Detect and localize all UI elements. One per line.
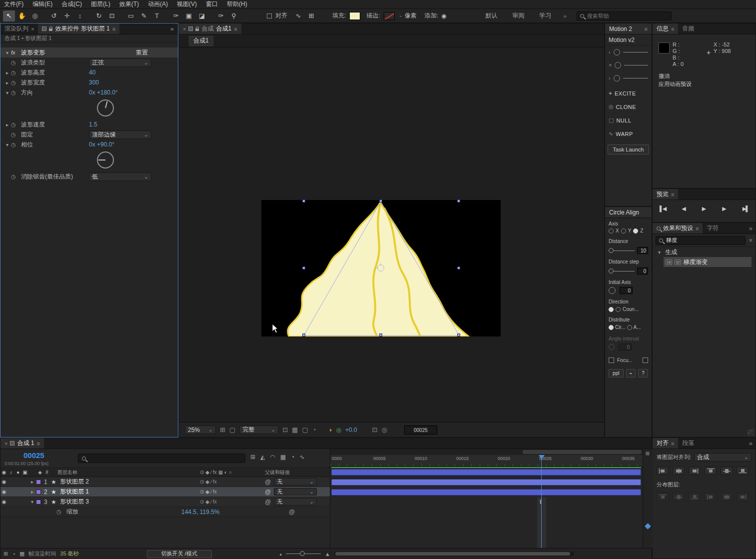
menu-view[interactable]: 视图(V) (177, 0, 197, 8)
anchor-point[interactable] (377, 264, 384, 272)
orbit-camera-tool[interactable]: ↺ (48, 10, 60, 22)
twirl-open-icon[interactable]: ▾ (3, 50, 11, 56)
tab-preview[interactable]: 预览 ≡ (653, 189, 678, 200)
workspace-review[interactable]: 审阅 (513, 12, 525, 20)
axis-z-radio[interactable] (633, 228, 638, 234)
focus-checkbox[interactable] (609, 358, 614, 363)
wave-width-value[interactable]: 300 (89, 79, 99, 86)
apply-button[interactable]: ppl (609, 369, 624, 378)
eye-icon[interactable]: ◉ (0, 479, 7, 484)
pickwhip-icon[interactable]: @ (265, 498, 271, 506)
handle-top-center[interactable] (379, 200, 382, 202)
snap-checkbox[interactable] (267, 14, 272, 18)
null-button[interactable]: NULL (616, 118, 631, 124)
graph-editor-icon[interactable]: ∿ (299, 454, 304, 460)
rotation-tool[interactable]: ↻ (93, 10, 105, 22)
menu-window[interactable]: 窗口 (206, 0, 218, 8)
timeline-zoom-slider[interactable] (286, 554, 321, 554)
parent-dropdown[interactable]: 无 ⌄ (274, 488, 317, 496)
motion-ease-both-icon[interactable]: × (609, 62, 612, 68)
clear-search-icon[interactable]: × (749, 236, 753, 244)
fill-label[interactable]: 填充: (332, 12, 346, 20)
shy-icon[interactable]: ◠ (270, 454, 275, 460)
label-color-chip[interactable] (36, 490, 41, 494)
motion-blur-icon[interactable]: ◔ (291, 454, 294, 460)
roi-icon[interactable]: ⊡ (282, 426, 288, 434)
pinning-dropdown[interactable]: 顶部边缘 ⌄ (89, 130, 151, 139)
layer-name[interactable]: 形状图层 1 (60, 488, 200, 496)
layer-row-1[interactable]: ◉ ▸ 1 ★ 形状图层 2 ⊙ ◆ ∕ fx @ 无 ⌄ (0, 477, 330, 487)
distance-slider[interactable] (609, 250, 635, 251)
effect-header-row[interactable]: ▾ fx 波形变形 重置 (0, 48, 178, 58)
stopwatch-icon[interactable]: ◷ (11, 132, 21, 138)
presets-search-input[interactable] (666, 238, 726, 244)
dolly-camera-tool[interactable]: ↕ (74, 10, 86, 22)
layer-name[interactable]: 形状图层 2 (60, 478, 200, 486)
proxy-icon[interactable]: ◔ (12, 551, 15, 557)
menu-edit[interactable]: 编辑(E) (32, 0, 52, 8)
label-color-chip[interactable] (36, 500, 41, 504)
zoom-in-mountain-icon[interactable]: ▲ (325, 551, 330, 557)
scale-property-label[interactable]: 缩放 (66, 508, 181, 516)
parent-dropdown[interactable]: 无 ⌄ (274, 478, 317, 486)
stopwatch-icon[interactable]: ◷ (11, 122, 21, 128)
layer-switches[interactable]: ⊙ ◆ ∕ fx (200, 499, 265, 504)
tab-audio[interactable]: 音频 (678, 24, 698, 34)
grid-options-icon[interactable]: ⊞ (305, 10, 317, 22)
toggle-switches-modes-button[interactable]: 切换开关 /模式 (147, 550, 212, 558)
panel-menu-icon[interactable]: ≡ (696, 226, 699, 232)
layer-name[interactable]: 形状图层 3 (60, 498, 200, 506)
stroke-swatch[interactable] (384, 12, 395, 20)
composition-frame[interactable] (261, 200, 501, 336)
timeline-h-scrollbar[interactable] (334, 552, 574, 556)
tab-overflow-icon[interactable]: » (170, 25, 174, 32)
clone-button[interactable]: CLONE (616, 104, 636, 110)
puppet-pin-tool[interactable]: ⚲ (228, 10, 240, 22)
direction-dial[interactable] (97, 100, 114, 116)
camera-tool[interactable]: ⊡ (106, 10, 118, 22)
fx-icon[interactable]: fx (11, 50, 21, 56)
view-layout-icon[interactable]: ▢ (302, 426, 308, 434)
wave-type-dropdown[interactable]: 正弦 ⌄ (89, 58, 151, 67)
color-management-icon[interactable]: ◑ (328, 426, 332, 434)
twirl-open-icon[interactable]: ▾ (656, 250, 663, 255)
wave-height-value[interactable]: 40 (89, 69, 95, 76)
panel-menu-icon[interactable]: ≡ (671, 440, 674, 446)
clone-stamp-tool[interactable]: ▣ (183, 10, 195, 22)
motion-knob-2[interactable] (615, 62, 621, 68)
excite-button[interactable]: EXCITE (615, 90, 636, 96)
tab-paragraph[interactable]: 段落 (678, 438, 698, 448)
parent-dropdown[interactable]: 无 ⌄ (274, 498, 317, 506)
pickwhip-icon[interactable]: @ (265, 488, 271, 496)
snapshot-icon[interactable]: ⊡ (372, 426, 378, 434)
initial-axis-value[interactable]: 0 (620, 287, 633, 294)
layer-switches[interactable]: ⊙ ◆ ∕ fx (200, 489, 265, 494)
menu-layer[interactable]: 图层(L) (91, 0, 110, 8)
current-timecode[interactable]: 00025 (23, 451, 44, 460)
comp-viewer[interactable] (179, 48, 604, 422)
tab-render-queue[interactable]: 渲染队列 × (0, 24, 38, 34)
timeline-search-input[interactable] (89, 456, 219, 462)
tab-character[interactable]: 字符 (703, 223, 723, 234)
panel-menu-icon[interactable]: ≡ (112, 26, 115, 32)
snap-options-icon[interactable]: ∿ (292, 10, 304, 22)
previous-frame-button[interactable]: ◀ (682, 206, 686, 212)
scale-value[interactable]: 144.5, 119.5% (181, 508, 256, 516)
layer-bar-2[interactable] (331, 479, 641, 486)
panel-menu-icon[interactable]: ≡ (671, 26, 674, 32)
help-search-input[interactable] (587, 13, 662, 19)
align-bottom-button[interactable] (737, 466, 749, 475)
tab-info[interactable]: 信息 ≡ (653, 24, 678, 34)
shape-tool[interactable]: ▭ (125, 10, 137, 22)
align-vertical-center-button[interactable] (721, 466, 733, 475)
handle-bottom-center[interactable] (379, 334, 382, 336)
stroke-label[interactable]: 描边: (366, 12, 380, 20)
twirl-closed-icon[interactable]: ▸ (3, 80, 11, 86)
frame-blending-icon[interactable]: ▦ (280, 454, 286, 460)
h-scroll-thumb[interactable] (335, 552, 570, 556)
workspace-default[interactable]: 默认 (486, 12, 498, 20)
close-icon[interactable]: × (183, 26, 186, 32)
align-right-button[interactable] (689, 466, 701, 475)
panel-menu-icon[interactable]: ≡ (36, 440, 39, 446)
resolution-dropdown[interactable]: 完整 ⌄ (239, 426, 278, 434)
